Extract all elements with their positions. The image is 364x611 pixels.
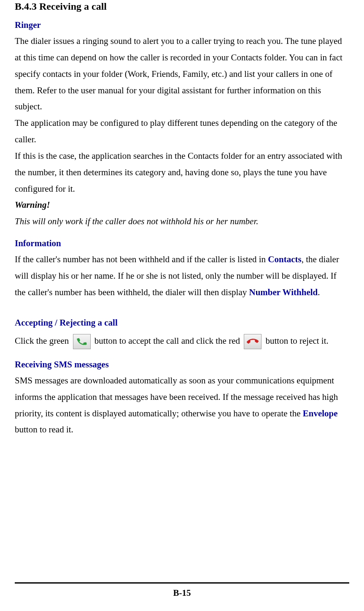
accepting-heading: Accepting / Rejecting a call: [15, 318, 349, 328]
warning-title: Warning!: [15, 197, 349, 213]
ringer-paragraph-2: The application may be configured to pla…: [15, 115, 349, 148]
number-withheld-label: Number Withheld: [249, 287, 318, 297]
accept-text-middle: button to accept the call and click the …: [94, 336, 242, 346]
warning-text: This will only work if the caller does n…: [15, 213, 349, 230]
footer: B-15: [15, 582, 349, 598]
ringer-paragraph-1: The dialer issues a ringing sound to ale…: [15, 33, 349, 115]
ringer-heading: Ringer: [15, 20, 349, 30]
sms-text-after: button to read it.: [15, 424, 73, 434]
section-heading: B.4.3 Receiving a call: [15, 1, 349, 12]
contacts-label: Contacts: [268, 254, 301, 264]
information-heading: Information: [15, 238, 349, 249]
sms-text-before: SMS messages are downloaded automaticall…: [15, 375, 338, 418]
accept-text-before: Click the green: [15, 336, 71, 346]
accept-text-after: button to reject it.: [265, 336, 328, 346]
footer-divider: [15, 582, 349, 584]
accepting-paragraph: Click the green button to accept the cal…: [15, 331, 349, 351]
sms-heading: Receiving SMS messages: [15, 359, 349, 370]
phone-accept-icon: [76, 336, 87, 347]
phone-reject-icon: [247, 336, 259, 348]
page-number: B-15: [15, 588, 349, 598]
info-text-end: .: [318, 287, 320, 297]
document-content: B.4.3 Receiving a call Ringer The dialer…: [15, 0, 349, 438]
info-text-before: If the caller's number has not been with…: [15, 254, 268, 264]
sms-paragraph: SMS messages are downloaded automaticall…: [15, 372, 349, 438]
ringer-paragraph-3: If this is the case, the application sea…: [15, 148, 349, 197]
reject-call-icon[interactable]: [244, 334, 262, 349]
envelope-label: Envelope: [303, 408, 338, 418]
accept-call-icon[interactable]: [73, 334, 91, 349]
information-paragraph: If the caller's number has not been with…: [15, 251, 349, 301]
